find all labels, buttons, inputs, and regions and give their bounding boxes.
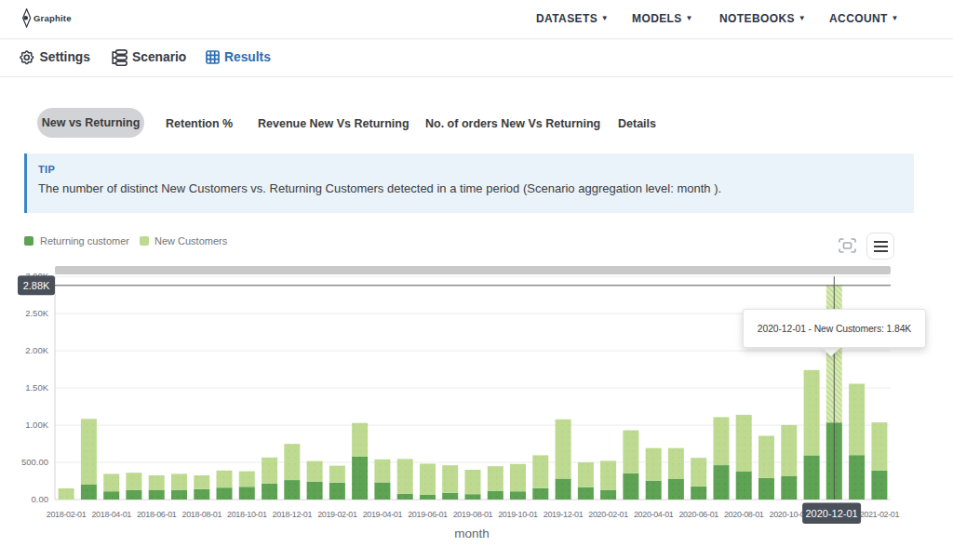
svg-text:2019-08-01: 2019-08-01 xyxy=(453,510,493,519)
svg-text:2020-06-01: 2020-06-01 xyxy=(678,510,718,519)
svg-text:2019-02-01: 2019-02-01 xyxy=(317,510,357,519)
svg-text:2019-04-01: 2019-04-01 xyxy=(363,510,403,519)
svg-text:2019-06-01: 2019-06-01 xyxy=(408,510,448,519)
svg-text:0.00: 0.00 xyxy=(32,494,49,504)
svg-text:2018-08-01: 2018-08-01 xyxy=(182,510,222,519)
svg-text:2021-02-01: 2021-02-01 xyxy=(860,510,900,519)
svg-text:2018-10-01: 2018-10-01 xyxy=(227,510,267,519)
svg-text:500.00: 500.00 xyxy=(21,457,48,467)
svg-text:2018-04-01: 2018-04-01 xyxy=(91,510,131,519)
svg-text:1.50K: 1.50K xyxy=(25,382,48,393)
svg-text:2020-08-01: 2020-08-01 xyxy=(724,510,764,519)
svg-text:2020-12-01: 2020-12-01 xyxy=(805,508,857,519)
svg-text:2018-02-01: 2018-02-01 xyxy=(47,510,87,519)
svg-text:2020-02-01: 2020-02-01 xyxy=(588,510,628,519)
svg-text:2018-12-01: 2018-12-01 xyxy=(273,510,313,519)
svg-text:2019-12-01: 2019-12-01 xyxy=(544,510,584,519)
svg-text:2018-06-01: 2018-06-01 xyxy=(137,510,177,519)
svg-text:2.50K: 2.50K xyxy=(25,308,48,318)
svg-text:2019-10-01: 2019-10-01 xyxy=(498,510,538,519)
svg-text:1.00K: 1.00K xyxy=(25,420,48,430)
svg-text:2.00K: 2.00K xyxy=(25,345,48,355)
svg-text:2020-04-01: 2020-04-01 xyxy=(634,510,674,519)
svg-text:2.88K: 2.88K xyxy=(23,280,50,291)
